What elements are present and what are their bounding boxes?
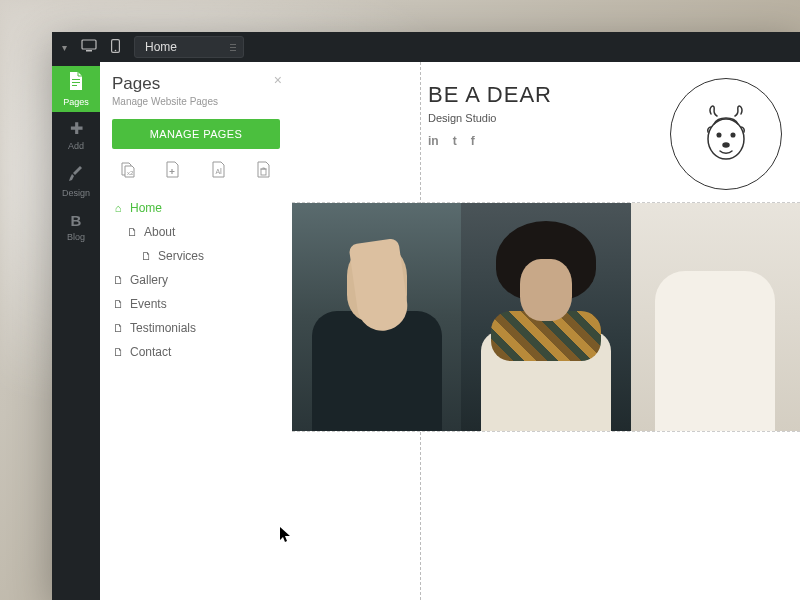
panel-title: Pages [112,74,280,94]
app-window: ▾ Home Pages ✚ Add Design [52,32,800,600]
file-icon: 🗋 [140,250,152,262]
gallery-photo-1[interactable] [292,203,461,431]
svg-point-14 [723,143,729,147]
tree-node-about[interactable]: 🗋About [112,220,280,244]
svg-text:x2: x2 [127,170,134,176]
sidebar-label: Blog [67,232,85,242]
sidebar-item-pages[interactable]: Pages [52,66,100,112]
home-icon: ⌂ [112,202,124,214]
plus-icon: ✚ [70,119,83,138]
pages-panel: × Pages Manage Website Pages MANAGE PAGE… [100,62,292,600]
svg-point-12 [717,133,721,137]
blog-icon: B [71,212,82,229]
tree-node-testimonials[interactable]: 🗋Testimonials [112,316,280,340]
close-icon[interactable]: × [274,72,282,88]
toolbar-dropdown-icon[interactable]: ▾ [62,42,67,53]
deer-logo [670,78,782,190]
cursor-icon [280,527,292,546]
sidebar-item-blog[interactable]: B Blog [52,204,100,250]
file-icon: 🗋 [126,226,138,238]
linkedin-icon[interactable]: in [428,134,439,148]
sidebar-label: Add [68,141,84,151]
page-icon [68,72,84,94]
delete-page-icon[interactable] [252,161,276,182]
file-icon: 🗋 [112,322,124,334]
manage-pages-button[interactable]: MANAGE PAGES [112,119,280,149]
sidebar-label: Pages [63,97,89,107]
rename-page-icon[interactable]: A [207,161,231,182]
tumblr-icon[interactable]: t [453,134,457,148]
facebook-icon[interactable]: f [471,134,475,148]
svg-text:A: A [215,168,220,175]
svg-rect-9 [220,168,221,174]
page-selector[interactable]: Home [134,36,244,58]
tree-node-services[interactable]: 🗋Services [112,244,280,268]
svg-rect-10 [261,169,266,175]
tree-node-gallery[interactable]: 🗋Gallery [112,268,280,292]
mobile-view-icon[interactable] [111,39,120,56]
sidebar-item-design[interactable]: Design [52,158,100,204]
add-page-icon[interactable] [161,161,185,182]
desktop-view-icon[interactable] [81,39,97,55]
file-icon: 🗋 [112,298,124,310]
top-toolbar: ▾ Home [52,32,800,62]
tree-node-home[interactable]: ⌂Home [112,196,280,220]
panel-subtitle: Manage Website Pages [112,96,280,107]
svg-rect-1 [86,50,92,52]
page-tree: ⌂Home 🗋About 🗋Services 🗋Gallery 🗋Events … [112,196,280,364]
canvas-preview[interactable]: BE A DEAR Design Studio in t f [292,62,800,600]
sidebar-label: Design [62,188,90,198]
tree-node-events[interactable]: 🗋Events [112,292,280,316]
svg-point-13 [731,133,735,137]
gallery-photo-2[interactable] [461,203,630,431]
file-icon: 🗋 [112,346,124,358]
file-icon: 🗋 [112,274,124,286]
svg-rect-4 [72,79,80,80]
svg-point-3 [115,49,117,51]
gallery-photo-3[interactable] [631,203,800,431]
svg-rect-0 [82,40,96,49]
svg-rect-5 [72,82,80,83]
brush-icon [69,165,83,185]
page-tools-row: x2 A [112,161,280,182]
left-sidebar: Pages ✚ Add Design B Blog [52,62,100,600]
svg-rect-6 [72,85,77,86]
sidebar-item-add[interactable]: ✚ Add [52,112,100,158]
duplicate-page-icon[interactable]: x2 [116,161,140,182]
tree-node-contact[interactable]: 🗋Contact [112,340,280,364]
image-gallery [292,202,800,432]
